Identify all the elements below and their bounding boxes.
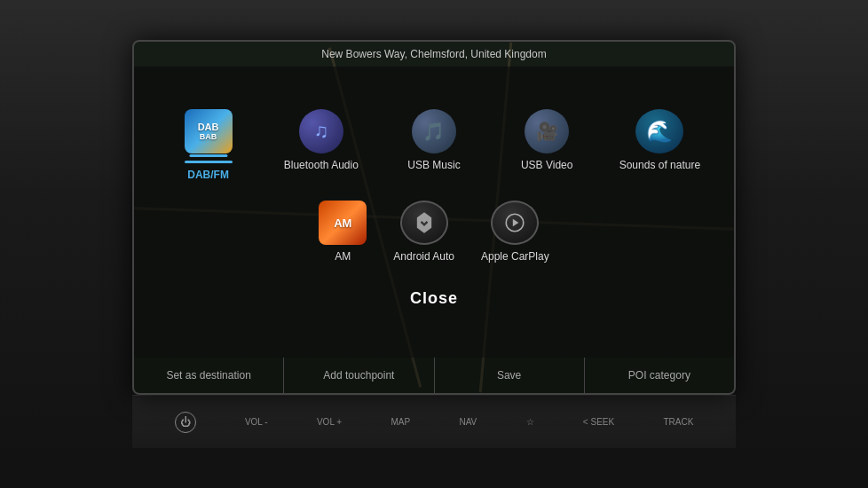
- star-icon: ☆: [526, 417, 534, 427]
- media-grid-row2: AM AM Android Auto: [319, 201, 548, 264]
- android-auto-label: Android Auto: [393, 250, 454, 264]
- usb-music-icon: 🎵: [412, 109, 456, 153]
- media-item-bluetooth[interactable]: ♫ Bluetooth Audio: [273, 109, 368, 183]
- vol-plus-label: VOL +: [317, 417, 342, 427]
- media-item-am[interactable]: AM AM: [319, 201, 367, 264]
- poi-category-button[interactable]: POI category: [585, 358, 734, 393]
- media-overlay: DAB BAB DAB/FM ♫ Bluetooth Audio 🎵 USB M…: [134, 67, 734, 358]
- gps-text: New Bowers Way, Chelmsford, United Kingd…: [321, 48, 546, 60]
- usb-video-icon: 🎥: [525, 109, 569, 153]
- media-item-carplay[interactable]: Apple CarPlay: [481, 201, 549, 264]
- map-label: MAP: [391, 417, 411, 427]
- track-button[interactable]: TRACK: [663, 417, 693, 427]
- am-label: AM: [335, 250, 351, 264]
- save-button[interactable]: Save: [435, 358, 585, 393]
- gps-bar: New Bowers Way, Chelmsford, United Kingd…: [134, 42, 734, 67]
- active-indicator: [185, 161, 233, 163]
- svg-marker-1: [513, 219, 519, 227]
- nature-icon: 🌊: [635, 109, 683, 153]
- vol-minus-button[interactable]: VOL -: [245, 417, 268, 427]
- seek-label: < SEEK: [583, 417, 614, 427]
- media-item-usb-music[interactable]: 🎵 USB Music: [386, 109, 481, 183]
- bottom-toolbar: Set as destination Add touchpoint Save P…: [134, 358, 734, 393]
- media-item-android-auto[interactable]: Android Auto: [393, 201, 454, 264]
- map-button[interactable]: MAP: [391, 417, 411, 427]
- carplay-icon: [491, 201, 539, 245]
- nav-button[interactable]: NAV: [459, 417, 477, 427]
- media-item-sounds-nature[interactable]: 🌊 Sounds of nature: [612, 109, 707, 183]
- vol-plus-button[interactable]: VOL +: [317, 417, 342, 427]
- usb-music-label: USB Music: [407, 159, 460, 173]
- bluetooth-label: Bluetooth Audio: [284, 159, 359, 173]
- carplay-label: Apple CarPlay: [481, 250, 549, 264]
- power-button[interactable]: ⏻: [175, 412, 196, 433]
- add-touchpoint-button[interactable]: Add touchpoint: [284, 358, 434, 393]
- seek-button[interactable]: < SEEK: [583, 417, 614, 427]
- media-item-dab[interactable]: DAB BAB DAB/FM: [161, 109, 256, 183]
- dab-label: DAB/FM: [187, 169, 229, 183]
- close-button[interactable]: Close: [375, 282, 493, 315]
- nav-label: NAV: [459, 417, 477, 427]
- dab-icon: DAB BAB: [185, 109, 233, 153]
- set-destination-button[interactable]: Set as destination: [134, 358, 284, 393]
- screen: New Bowers Way, Chelmsford, United Kingd…: [132, 40, 736, 395]
- media-grid-row1: DAB BAB DAB/FM ♫ Bluetooth Audio 🎵 USB M…: [152, 109, 716, 183]
- media-item-usb-video[interactable]: 🎥 USB Video: [500, 109, 595, 183]
- am-icon: AM: [319, 201, 367, 245]
- power-icon: ⏻: [175, 412, 196, 433]
- android-auto-icon: [400, 201, 448, 245]
- car-display: New Bowers Way, Chelmsford, United Kingd…: [0, 0, 868, 488]
- nature-label: Sounds of nature: [619, 159, 700, 173]
- vol-minus-label: VOL -: [245, 417, 268, 427]
- usb-video-label: USB Video: [521, 159, 572, 173]
- star-button[interactable]: ☆: [526, 417, 534, 427]
- bluetooth-icon: ♫: [299, 109, 343, 153]
- physical-controls: ⏻ VOL - VOL + MAP NAV ☆ < SEEK TRACK: [132, 395, 736, 448]
- track-label: TRACK: [663, 417, 693, 427]
